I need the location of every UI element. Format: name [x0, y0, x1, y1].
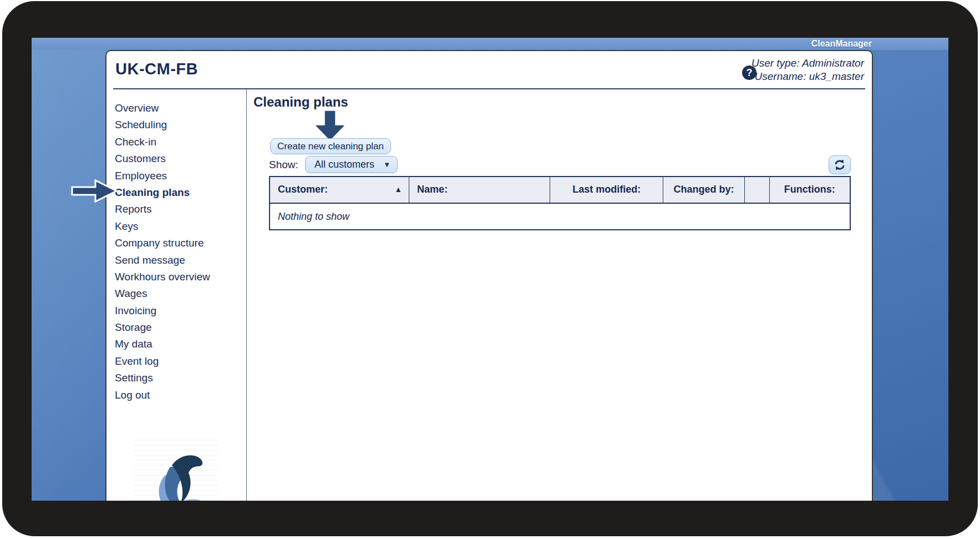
user-type-text: User type: Administrator	[751, 57, 864, 70]
sidebar-item-invoicing[interactable]: Invoicing	[106, 303, 246, 319]
customer-filter-dropdown[interactable]: All customers ▼	[305, 156, 398, 173]
sidebar-item-check-in[interactable]: Check-in	[106, 134, 246, 150]
sidebar-item-customers[interactable]: Customers	[106, 150, 246, 167]
sidebar-item-keys[interactable]: Keys	[106, 218, 246, 235]
sidebar-item-my-data[interactable]: My data	[106, 336, 246, 352]
browser-title-bar: CleanManager	[32, 38, 948, 50]
sidebar-nav: Overview Scheduling Check-in Customers E…	[106, 89, 247, 501]
column-header-functions[interactable]: Functions:	[770, 177, 850, 203]
sidebar-item-wages[interactable]: Wages	[106, 285, 246, 302]
column-header-changed-by[interactable]: Changed by:	[663, 177, 744, 203]
cleanmanager-wave-logo-icon	[134, 440, 217, 501]
sidebar-item-event-log[interactable]: Event log	[106, 353, 246, 370]
column-header-customer[interactable]: Customer: ▲	[270, 177, 409, 203]
user-info: User type: Administrator Username: uk3_m…	[751, 57, 864, 83]
sidebar-item-reports[interactable]: Reports	[106, 201, 246, 218]
refresh-icon	[834, 159, 846, 171]
column-header-spacer	[745, 177, 770, 203]
app-window: UK-CM-FB ? User type: Administrator User…	[105, 50, 873, 501]
chevron-down-icon: ▼	[383, 157, 390, 173]
sort-ascending-icon[interactable]: ▲	[394, 177, 402, 203]
show-filter-label: Show:	[269, 156, 298, 173]
create-cleaning-plan-button[interactable]: Create new cleaning plan	[270, 138, 391, 154]
sidebar-pointer-arrow-icon	[70, 178, 119, 204]
username-text: Username: uk3_master	[751, 70, 864, 83]
company-title: UK-CM-FB	[115, 60, 198, 78]
page-title: Cleaning plans	[253, 94, 348, 110]
sidebar-item-storage[interactable]: Storage	[106, 319, 246, 336]
main-content: Cleaning plans Create new cleaning plan …	[247, 89, 872, 501]
sidebar-item-workhours-overview[interactable]: Workhours overview	[106, 269, 246, 285]
sidebar-item-company-structure[interactable]: Company structure	[106, 235, 246, 251]
brand-title: CleanManager	[811, 39, 872, 48]
down-arrow-annotation-icon	[314, 110, 346, 142]
customer-filter-value: All customers	[314, 159, 374, 170]
sidebar-item-employees[interactable]: Employees	[106, 168, 246, 184]
refresh-button[interactable]	[829, 155, 851, 174]
table-header-row: Customer: ▲ Name: Last modified: Changed…	[270, 177, 850, 204]
sidebar-item-settings[interactable]: Settings	[106, 370, 246, 386]
column-header-last-modified[interactable]: Last modified:	[550, 177, 663, 203]
sidebar-item-scheduling[interactable]: Scheduling	[106, 117, 246, 133]
sidebar-item-log-out[interactable]: Log out	[106, 387, 246, 404]
column-header-name[interactable]: Name:	[409, 177, 550, 203]
screenshot-stage: CleanManager UK-CM-FB ? User type: Admin…	[0, 0, 980, 539]
sidebar-item-overview[interactable]: Overview	[106, 100, 246, 117]
sidebar-item-cleaning-plans[interactable]: Cleaning plans	[106, 184, 246, 201]
cleaning-plans-table: Customer: ▲ Name: Last modified: Changed…	[269, 176, 851, 230]
sidebar-item-send-message[interactable]: Send message	[106, 252, 246, 269]
empty-table-message: Nothing to show	[270, 204, 850, 229]
